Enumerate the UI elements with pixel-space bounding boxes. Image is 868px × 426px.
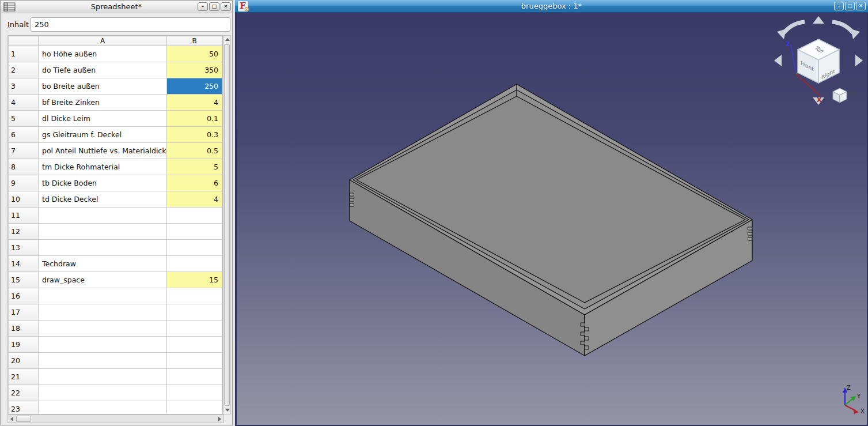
navcube-rotate-left-icon[interactable] [784,22,805,33]
corner-header-cell[interactable] [9,36,39,46]
cell-a[interactable]: pol Anteil Nuttiefe vs. Materialdicke [39,143,167,159]
cell-b[interactable] [167,385,222,401]
maximize-button[interactable]: □ [209,2,219,11]
cell-a[interactable]: dl Dicke Leim [39,111,167,127]
navcube-arrow-right-icon[interactable] [855,55,863,66]
row-number-cell[interactable]: 3 [9,78,39,95]
cell-b[interactable] [167,256,222,272]
cell-b[interactable]: 0.1 [167,111,222,127]
cell-a[interactable] [39,224,167,240]
3d-viewport[interactable]: Z X Top Front Right [237,13,867,425]
row-number-cell[interactable]: 20 [9,353,39,369]
cell-a[interactable]: td Dicke Deckel [39,191,167,208]
cell-a[interactable] [39,208,167,224]
cell-a[interactable] [39,401,167,415]
cell-b[interactable] [167,304,222,321]
navcube-rotate-right-icon[interactable] [832,22,853,33]
row-number-cell[interactable]: 21 [9,369,39,385]
minimize-button[interactable]: – [198,2,208,11]
row-number-cell[interactable]: 6 [9,127,39,143]
cell-b[interactable]: 5 [167,159,222,175]
navcube-menu-dropdown-icon[interactable] [848,92,857,97]
scroll-right-icon[interactable] [218,417,221,421]
cell-a[interactable]: ho Höhe außen [39,46,167,62]
cell-a[interactable] [39,337,167,353]
scroll-left-icon[interactable] [10,417,13,421]
row-number-cell[interactable]: 16 [9,288,39,304]
cell-b[interactable] [167,337,222,353]
cell-b[interactable] [167,224,222,240]
cell-b[interactable]: 50 [167,46,222,62]
cell-b[interactable]: 4 [167,191,222,208]
row-number-cell[interactable]: 14 [9,256,39,272]
box-model[interactable] [350,84,752,356]
row-number-cell[interactable]: 17 [9,304,39,321]
column-header-a[interactable]: A [39,36,167,46]
scroll-up-icon[interactable] [225,38,230,41]
cell-a[interactable]: bf Breite Zinken [39,95,167,111]
cell-b-selected[interactable]: 250 [167,78,222,95]
close-button[interactable]: ✕ [856,2,866,10]
cell-b[interactable]: 0.5 [167,143,222,159]
cell-b[interactable]: 0.3 [167,127,222,143]
cell-a[interactable] [39,304,167,321]
row-number-cell[interactable]: 22 [9,385,39,401]
freecad-titlebar[interactable]: F⚙ brueggebox : 1* – □ ✕ [235,0,868,13]
cell-a[interactable] [39,385,167,401]
row-number-cell[interactable]: 15 [9,272,39,288]
minimize-button[interactable]: – [834,2,844,10]
row-number-cell[interactable]: 1 [9,46,39,62]
row-number-cell[interactable]: 10 [9,191,39,208]
cell-b[interactable] [167,353,222,369]
cell-b[interactable] [167,208,222,224]
cell-a[interactable]: Techdraw [39,256,167,272]
navcube-arrow-left-icon[interactable] [774,55,782,66]
close-button[interactable]: ✕ [221,2,231,11]
cell-a[interactable]: tm Dicke Rohmaterial [39,159,167,175]
row-number-cell[interactable]: 5 [9,111,39,127]
row-number-cell[interactable]: 19 [9,337,39,353]
vertical-scrollbar[interactable] [223,35,231,414]
row-number-cell[interactable]: 13 [9,240,39,256]
cell-a[interactable] [39,353,167,369]
cell-a[interactable]: tb Dicke Boden [39,175,167,191]
navcube-arrow-up-icon[interactable] [813,16,824,24]
cell-a[interactable] [39,321,167,337]
row-number-cell[interactable]: 8 [9,159,39,175]
row-number-cell[interactable]: 7 [9,143,39,159]
cell-a[interactable]: do Tiefe außen [39,62,167,78]
cell-a[interactable]: gs Gleitraum f. Deckel [39,127,167,143]
cell-a[interactable]: bo Breite außen [39,78,167,95]
horizontal-scrollbar-thumb[interactable] [16,416,31,422]
row-number-cell[interactable]: 4 [9,95,39,111]
inhalt-input[interactable] [31,17,230,32]
row-number-cell[interactable]: 12 [9,224,39,240]
vertical-scrollbar-thumb[interactable] [224,44,230,406]
cell-b[interactable]: 4 [167,95,222,111]
horizontal-scrollbar[interactable] [7,414,224,423]
navcube-corner-cube-icon[interactable] [833,88,847,103]
row-number-cell[interactable]: 11 [9,208,39,224]
cell-b[interactable] [167,369,222,385]
row-number-cell[interactable]: 2 [9,62,39,78]
navigation-cube[interactable]: Z X Top Front Right [774,16,863,105]
cell-a[interactable] [39,369,167,385]
cell-b[interactable]: 6 [167,175,222,191]
row-number-cell[interactable]: 18 [9,321,39,337]
spreadsheet-titlebar[interactable]: Spreadsheet* – □ ✕ [1,1,232,13]
cell-a[interactable]: draw_space [39,272,167,288]
cell-a[interactable] [39,240,167,256]
row-number-cell[interactable]: 9 [9,175,39,191]
row-number-cell[interactable]: 23 [9,401,39,415]
column-header-b[interactable]: B [167,36,222,46]
cell-a[interactable] [39,288,167,304]
cell-b[interactable] [167,401,222,415]
cell-b[interactable] [167,240,222,256]
cell-b[interactable]: 15 [167,272,222,288]
maximize-button[interactable]: □ [845,2,855,10]
cell-b[interactable] [167,288,222,304]
scroll-down-icon[interactable] [225,409,230,412]
cell-b[interactable] [167,321,222,337]
cell-b[interactable]: 350 [167,62,222,78]
spreadsheet-grid[interactable]: A B 1ho Höhe außen502do Tiefe außen3503b… [7,35,223,414]
